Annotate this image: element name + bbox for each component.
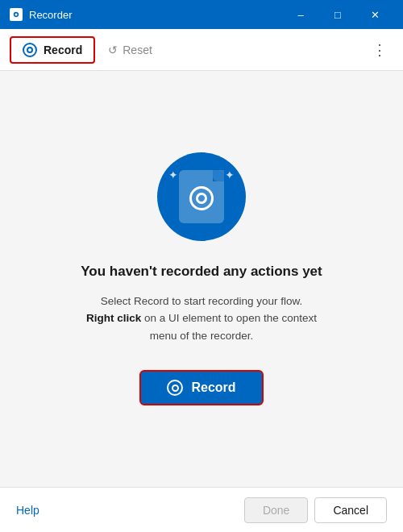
svg-point-1 bbox=[15, 14, 18, 16]
main-record-button-label: Record bbox=[191, 380, 235, 395]
done-button: Done bbox=[244, 497, 308, 523]
main-illustration: ✦ ✦ bbox=[157, 152, 246, 241]
maximize-button[interactable]: □ bbox=[319, 0, 356, 29]
illustration-circle: ✦ ✦ bbox=[157, 152, 246, 241]
main-description: Select Record to start recording your fl… bbox=[73, 293, 330, 345]
main-record-button-icon bbox=[167, 380, 183, 396]
title-bar-left: Recorder bbox=[10, 8, 72, 21]
toolbar-more-button[interactable]: ⋮ bbox=[366, 38, 393, 62]
footer: Help Done Cancel bbox=[0, 487, 403, 532]
help-link[interactable]: Help bbox=[16, 504, 39, 517]
description-text-1: Select Record to start recording your fl… bbox=[101, 295, 303, 307]
close-button[interactable]: ✕ bbox=[356, 0, 393, 29]
toolbar-reset-button[interactable]: ↺ Reset bbox=[98, 39, 162, 61]
big-record-inner-icon bbox=[196, 193, 207, 204]
toolbar-record-button[interactable]: Record bbox=[10, 36, 95, 64]
description-bold-text: Right click bbox=[86, 312, 141, 324]
description-text-2: on a UI element to open the context menu… bbox=[141, 312, 317, 342]
record-circle-icon bbox=[23, 43, 37, 57]
window-controls: – □ ✕ bbox=[282, 0, 393, 29]
toolbar: Record ↺ Reset ⋮ bbox=[0, 29, 403, 71]
main-content: ✦ ✦ You haven't recorded any actions yet… bbox=[0, 71, 403, 487]
app-title: Recorder bbox=[29, 9, 72, 21]
footer-buttons: Done Cancel bbox=[244, 497, 387, 523]
toolbar-reset-label: Reset bbox=[123, 44, 152, 56]
minimize-button[interactable]: – bbox=[282, 0, 319, 29]
main-record-button[interactable]: Record bbox=[139, 370, 263, 405]
reset-icon: ↺ bbox=[108, 44, 118, 56]
main-record-button-inner-icon bbox=[172, 384, 179, 392]
toolbar-left: Record ↺ Reset bbox=[10, 36, 162, 64]
record-circle-inner-icon bbox=[27, 47, 33, 53]
toolbar-record-label: Record bbox=[44, 44, 82, 56]
title-bar: Recorder – □ ✕ bbox=[0, 0, 403, 29]
sparkle-left-icon: ✦ bbox=[168, 168, 178, 181]
sparkle-right-icon: ✦ bbox=[225, 168, 235, 181]
main-heading: You haven't recorded any actions yet bbox=[81, 264, 322, 280]
app-icon bbox=[10, 8, 23, 21]
big-record-circle-icon bbox=[189, 186, 214, 210]
doc-icon bbox=[179, 170, 224, 223]
cancel-button[interactable]: Cancel bbox=[314, 497, 387, 523]
